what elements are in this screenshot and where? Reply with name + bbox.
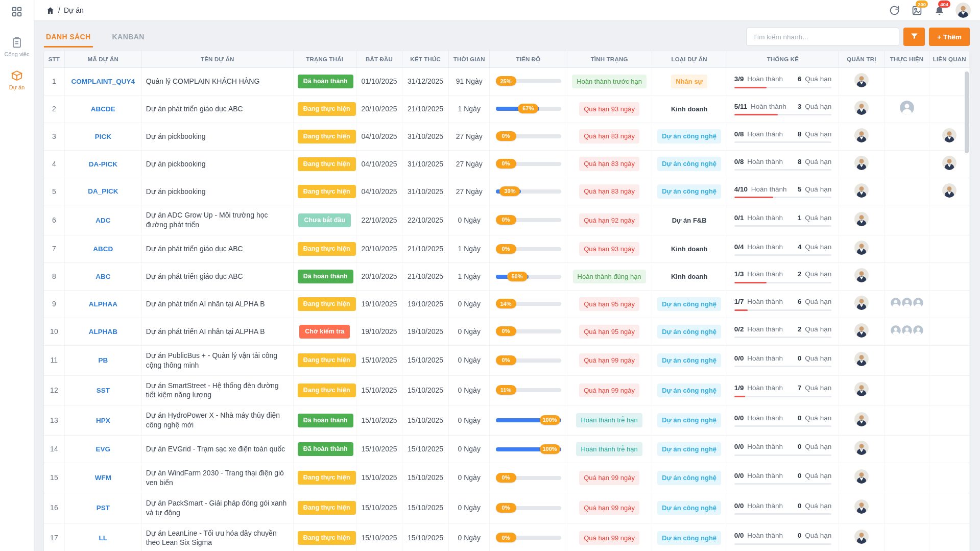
user-avatar[interactable] (854, 101, 869, 115)
project-code-link[interactable]: LL (99, 534, 108, 542)
vertical-scrollbar[interactable] (965, 71, 969, 153)
related-cell (929, 235, 970, 263)
project-code-link[interactable]: PST (97, 504, 110, 512)
table-row[interactable]: 6ADCDự án ADC Grow Up - Môi trường học đ… (44, 205, 970, 235)
project-name: Dự án EVGrid - Trạm sạc xe điện toàn quố… (141, 436, 293, 463)
user-avatar[interactable] (854, 323, 869, 338)
home-icon[interactable] (46, 6, 55, 15)
project-code-link[interactable]: ABC (95, 273, 110, 280)
project-code-link[interactable]: EVG (96, 445, 111, 453)
user-avatar[interactable] (854, 241, 869, 255)
row-index: 14 (44, 436, 64, 463)
progress-label: 0% (496, 326, 516, 336)
search-input[interactable] (746, 28, 899, 46)
add-button[interactable]: + Thêm (929, 28, 970, 46)
stats-overdue: 7 Quá hạn (798, 384, 831, 393)
condition-badge: Quá hạn 83 ngày (579, 129, 639, 143)
member-avatar[interactable] (891, 298, 901, 308)
sidebar-item-cong-viec[interactable]: Công việc (5, 30, 30, 63)
member-avatar[interactable] (913, 325, 923, 336)
user-avatar[interactable] (854, 296, 869, 310)
project-code-link[interactable]: ADC (95, 217, 110, 224)
table-row[interactable]: 3PICKDự án pickbookingĐang thực hiện04/1… (44, 123, 970, 150)
table-row[interactable]: 2ABCDEDự án phát triển giáo dục ABCĐang … (44, 95, 970, 123)
user-avatar[interactable] (854, 212, 869, 226)
project-code-link[interactable]: DA-PICK (89, 160, 117, 168)
user-avatar[interactable] (854, 441, 869, 455)
executor-cell (884, 235, 929, 263)
user-avatar[interactable] (854, 268, 869, 282)
project-code-link[interactable]: ABCD (93, 245, 113, 253)
gallery-icon[interactable]: 200 (911, 4, 923, 16)
user-avatar[interactable] (854, 469, 869, 484)
table-row[interactable]: 5DA_PICKDự án pickbookingĐang thực hiện0… (44, 178, 970, 205)
user-avatar[interactable] (854, 183, 869, 198)
user-avatar[interactable] (942, 183, 957, 198)
duration: 1 Ngày (448, 263, 490, 291)
executor-cell (884, 150, 929, 178)
duration: 0 Ngày (448, 405, 490, 436)
member-avatar[interactable] (913, 298, 923, 308)
stats-cell: 0/0 Hoàn thành0 Quá hạn (727, 523, 839, 551)
user-avatar[interactable] (854, 352, 869, 366)
member-avatar[interactable] (902, 325, 912, 336)
user-avatar[interactable] (942, 128, 957, 142)
table-row[interactable]: 12SSTDự án SmartStreet - Hệ thống đèn đư… (44, 375, 970, 405)
user-avatar[interactable] (854, 412, 869, 426)
table-row[interactable]: 8ABCDự án phát triển giáo dục ABCĐã hoàn… (44, 263, 970, 291)
condition-badge: Hoàn thành trước hạn (572, 75, 647, 89)
progress-label: 0% (496, 159, 516, 169)
tab-danh-sach[interactable]: DANH SÁCH (44, 27, 93, 47)
table-row[interactable]: 14EVGDự án EVGrid - Trạm sạc xe điện toà… (44, 436, 970, 463)
project-code-link[interactable]: COMPLAINT_QUY4 (71, 78, 135, 85)
user-avatar[interactable] (955, 3, 971, 18)
project-code-link[interactable]: ALPHAB (89, 328, 117, 336)
stats-bar (734, 513, 832, 515)
filter-button[interactable] (903, 28, 925, 46)
user-avatar[interactable] (854, 128, 869, 142)
user-avatar[interactable] (854, 73, 869, 87)
project-code-link[interactable]: SST (97, 387, 110, 394)
start-date: 19/10/2025 (356, 318, 402, 345)
table-row[interactable]: 9ALPHAADự án phát triển AI nhân tại ALPH… (44, 291, 970, 318)
table-row[interactable]: 7ABCDDự án phát triển giáo dục ABCĐang t… (44, 235, 970, 263)
breadcrumb-current[interactable]: Dự án (64, 6, 84, 14)
table-row[interactable]: 17LLDự án LeanLine - Tối ưu hóa dây chuy… (44, 523, 970, 551)
user-avatar[interactable] (854, 156, 869, 170)
member-avatar[interactable] (902, 298, 912, 308)
user-avatar[interactable] (854, 530, 869, 544)
user-avatar[interactable] (854, 499, 869, 514)
project-code-link[interactable]: PICK (95, 133, 111, 140)
sidebar-item-du-an[interactable]: Dự án (5, 63, 30, 97)
bell-icon[interactable]: 404 (933, 4, 945, 16)
project-code-link[interactable]: DA_PICK (88, 187, 118, 195)
start-date: 20/10/2025 (356, 95, 402, 123)
tab-kanban[interactable]: KANBAN (110, 27, 147, 47)
end-date: 15/10/2025 (402, 493, 449, 523)
project-code-link[interactable]: HPX (96, 417, 110, 424)
table-row[interactable]: 15WFMDự án WindFarm 2030 - Trang thại đi… (44, 463, 970, 493)
member-avatar[interactable] (891, 325, 901, 336)
table-row[interactable]: 10ALPHABDự án phát triển AI nhân tại ALP… (44, 318, 970, 345)
project-code-link[interactable]: ABCDE (91, 105, 115, 113)
refresh-icon[interactable] (888, 4, 900, 16)
manager-cell (839, 95, 885, 123)
project-code-link[interactable]: WFM (95, 474, 111, 482)
table-row[interactable]: 16PSTDự án PackSmart - Giải pháp đóng gó… (44, 493, 970, 523)
member-avatar[interactable] (900, 101, 914, 115)
user-avatar[interactable] (942, 156, 957, 170)
table-row[interactable]: 11PBDự án PublicBus + - Quản lý vận tải … (44, 345, 970, 375)
project-code-link[interactable]: PB (98, 356, 108, 364)
stats-cell: 0/2 Hoàn thành2 Quá hạn (727, 318, 839, 345)
project-code-link[interactable]: ALPHAA (89, 300, 117, 308)
menu-toggle-icon[interactable] (11, 6, 22, 19)
table-row[interactable]: 13HPXDự án HydroPower X - Nhà máy thủy đ… (44, 405, 970, 436)
breadcrumb: / Dự án (46, 6, 84, 15)
table-row[interactable]: 1COMPLAINT_QUY4Quản lý COMPLAIN KHÁCH HÀ… (44, 68, 970, 95)
related-cell (929, 123, 970, 150)
table-row[interactable]: 4DA-PICKDự án pickbookingĐang thực hiện0… (44, 150, 970, 178)
stats-bar (734, 141, 832, 143)
user-avatar[interactable] (854, 382, 869, 396)
stats-done: 3/9 Hoàn thành (734, 75, 783, 84)
condition-badge: Quá hạn 99 ngày (579, 501, 639, 515)
